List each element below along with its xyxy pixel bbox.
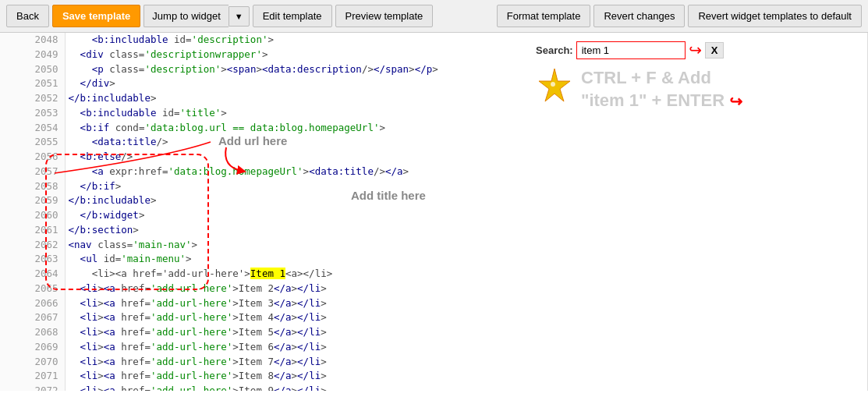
jump-to-widget-dropdown[interactable]: ▼ bbox=[229, 6, 250, 27]
line-code[interactable]: <a expr:href='data:blog.homepageUrl'><da… bbox=[65, 165, 867, 179]
table-row: 2059</b:includable> bbox=[0, 193, 867, 208]
line-number: 2061 bbox=[0, 223, 65, 238]
line-code[interactable]: <li><a href='add-url-here'>Item 4</a></l… bbox=[65, 310, 867, 325]
save-template-button[interactable]: Save template bbox=[52, 5, 140, 27]
line-code[interactable]: <li><a href='add-url-here'>Item 8</a></l… bbox=[65, 369, 867, 384]
line-number: 2064 bbox=[0, 267, 65, 282]
line-code[interactable]: </b:includable> bbox=[65, 91, 867, 106]
table-row: 2058 </b:if> bbox=[0, 179, 867, 194]
table-row: 2049 <div class='descriptionwrapper'> bbox=[0, 48, 867, 62]
table-row: 2066 <li><a href='add-url-here'>Item 3</… bbox=[0, 296, 867, 311]
line-code[interactable]: <li><a href='add-url-here'>Item 3</a></l… bbox=[65, 296, 867, 311]
jump-to-widget-group: Jump to widget ▼ bbox=[143, 5, 249, 27]
line-code[interactable]: <li><a href='add-url-here'>Item 9</a></l… bbox=[65, 384, 867, 391]
revert-default-button[interactable]: Revert widget templates to default bbox=[688, 5, 862, 27]
table-row: 2062<nav class='main-nav'> bbox=[0, 238, 867, 253]
line-number: 2059 bbox=[0, 193, 65, 208]
table-row: 2053 <b:includable id='title'> bbox=[0, 106, 867, 121]
table-row: 2048 <b:includable id='description'> bbox=[0, 33, 867, 48]
search-close-button[interactable]: X bbox=[705, 42, 725, 58]
line-number: 2057 bbox=[0, 165, 65, 179]
line-code[interactable]: </b:widget> bbox=[65, 208, 867, 223]
line-code[interactable]: <li><a href='add-url-here'>Item 1<a></li… bbox=[65, 267, 867, 282]
line-code[interactable]: </b:includable> bbox=[65, 193, 867, 208]
line-code[interactable]: </b:if> bbox=[65, 179, 867, 194]
code-editor[interactable]: 2048 <b:includable id='description'>2049… bbox=[0, 33, 868, 391]
line-code[interactable]: <li><a href='add-url-here'>Item 5</a></l… bbox=[65, 325, 867, 340]
table-row: 2056 <b:else/> bbox=[0, 150, 867, 165]
table-row: 2055 <data:title/> bbox=[0, 135, 867, 150]
line-code[interactable]: </div> bbox=[65, 76, 867, 91]
line-code[interactable]: <data:title/> bbox=[65, 135, 867, 150]
table-row: 2052</b:includable> bbox=[0, 91, 867, 106]
line-number: 2072 bbox=[0, 384, 65, 391]
table-row: 2057 <a expr:href='data:blog.homepageUrl… bbox=[0, 165, 867, 179]
editor-area: 2048 <b:includable id='description'>2049… bbox=[0, 33, 868, 391]
table-row: 2063 <ul id='main-menu'> bbox=[0, 252, 867, 267]
edit-template-button[interactable]: Edit template bbox=[253, 5, 332, 27]
table-row: 2072 <li><a href='add-url-here'>Item 9</… bbox=[0, 384, 867, 391]
line-code[interactable]: <nav class='main-nav'> bbox=[65, 238, 867, 253]
format-template-button[interactable]: Format template bbox=[497, 5, 591, 27]
line-number: 2058 bbox=[0, 179, 65, 194]
line-code[interactable]: <li><a href='add-url-here'>Item 2</a></l… bbox=[65, 282, 867, 296]
table-row: 2060 </b:widget> bbox=[0, 208, 867, 223]
revert-changes-button[interactable]: Revert changes bbox=[593, 5, 685, 27]
table-row: 2068 <li><a href='add-url-here'>Item 5</… bbox=[0, 325, 867, 340]
line-number: 2067 bbox=[0, 310, 65, 325]
line-code[interactable]: <b:else/> bbox=[65, 150, 867, 165]
code-table: 2048 <b:includable id='description'>2049… bbox=[0, 33, 867, 391]
table-row: 2061</b:section> bbox=[0, 223, 867, 238]
preview-template-button[interactable]: Preview template bbox=[335, 5, 434, 27]
line-number: 2050 bbox=[0, 62, 65, 77]
table-row: 2050 <p class='description'><span><data:… bbox=[0, 62, 867, 77]
table-row: 2069 <li><a href='add-url-here'>Item 6</… bbox=[0, 340, 867, 355]
line-number: 2069 bbox=[0, 340, 65, 355]
table-row: 2067 <li><a href='add-url-here'>Item 4</… bbox=[0, 310, 867, 325]
table-row: 2064 <li><a href='add-url-here'>Item 1<a… bbox=[0, 267, 867, 282]
line-number: 2060 bbox=[0, 208, 65, 223]
line-number: 2062 bbox=[0, 238, 65, 253]
line-number: 2052 bbox=[0, 91, 65, 106]
table-row: 2054 <b:if cond='data:blog.url == data:b… bbox=[0, 121, 867, 136]
table-row: 2065 <li><a href='add-url-here'>Item 2</… bbox=[0, 282, 867, 296]
line-number: 2051 bbox=[0, 76, 65, 91]
line-number: 2055 bbox=[0, 135, 65, 150]
line-code[interactable]: <div class='descriptionwrapper'> bbox=[65, 48, 867, 62]
line-number: 2066 bbox=[0, 296, 65, 311]
back-button[interactable]: Back bbox=[6, 5, 49, 27]
search-input[interactable] bbox=[576, 41, 686, 59]
line-number: 2065 bbox=[0, 282, 65, 296]
table-row: 2070 <li><a href='add-url-here'>Item 7</… bbox=[0, 355, 867, 370]
line-number: 2071 bbox=[0, 369, 65, 384]
line-code[interactable]: </b:section> bbox=[65, 223, 867, 238]
line-code[interactable]: <li><a href='add-url-here'>Item 7</a></l… bbox=[65, 355, 867, 370]
line-number: 2053 bbox=[0, 106, 65, 121]
line-number: 2049 bbox=[0, 48, 65, 62]
line-code[interactable]: <b:includable id='description'> bbox=[65, 33, 867, 48]
line-number: 2070 bbox=[0, 355, 65, 370]
table-row: 2071 <li><a href='add-url-here'>Item 8</… bbox=[0, 369, 867, 384]
line-code[interactable]: <li><a href='add-url-here'>Item 6</a></l… bbox=[65, 340, 867, 355]
toolbar: Back Save template Jump to widget ▼ Edit… bbox=[0, 0, 868, 33]
line-code[interactable]: <p class='description'><span><data:descr… bbox=[65, 62, 867, 77]
line-code[interactable]: <ul id='main-menu'> bbox=[65, 252, 867, 267]
line-code[interactable]: <b:if cond='data:blog.url == data:blog.h… bbox=[65, 121, 867, 136]
line-number: 2056 bbox=[0, 150, 65, 165]
line-number: 2063 bbox=[0, 252, 65, 267]
line-number: 2054 bbox=[0, 121, 65, 136]
line-number: 2068 bbox=[0, 325, 65, 340]
line-number: 2048 bbox=[0, 33, 65, 48]
line-code[interactable]: <b:includable id='title'> bbox=[65, 106, 867, 121]
table-row: 2051 </div> bbox=[0, 76, 867, 91]
jump-to-widget-button[interactable]: Jump to widget bbox=[143, 5, 228, 27]
